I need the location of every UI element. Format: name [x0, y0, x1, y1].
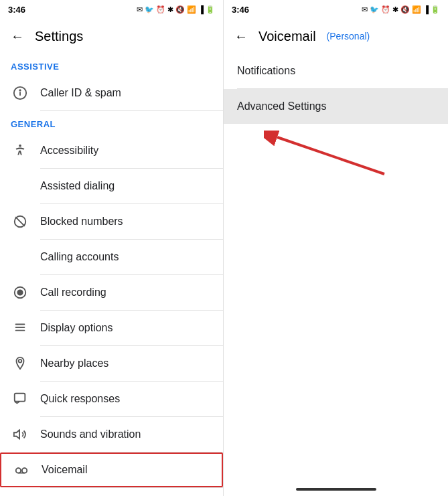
menu-item-display-options[interactable]: Display options: [0, 311, 223, 345]
home-bar: [296, 488, 376, 491]
right-spacer: [224, 177, 448, 483]
menu-item-call-recording[interactable]: Call recording: [0, 275, 223, 310]
menu-item-sounds[interactable]: Sounds and vibration: [0, 417, 223, 452]
svg-point-7: [17, 290, 22, 295]
notifications-label: Notifications: [237, 65, 295, 77]
right-page-title: Voicemail: [258, 29, 316, 44]
right-mail-icon: ✉: [362, 5, 368, 14]
left-back-button[interactable]: ←: [11, 29, 24, 44]
nearby-places-label: Nearby places: [40, 357, 108, 369]
left-top-bar: ← Settings: [0, 19, 223, 54]
advanced-settings-label: Advanced Settings: [237, 100, 326, 112]
right-menu-item-advanced-settings[interactable]: Advanced Settings: [224, 89, 448, 124]
battery-icon: 🔋: [206, 5, 215, 14]
right-home-indicator: [224, 483, 448, 496]
menu-item-blocked-numbers[interactable]: Blocked numbers: [0, 204, 223, 239]
section-label-advanced: ADVANCED: [0, 488, 223, 496]
right-back-button[interactable]: ←: [234, 29, 248, 44]
display-options-label: Display options: [40, 322, 113, 334]
left-panel: 3:46 ✉ 🐦 ⏰ ✱ 🔇 📶 ▐ 🔋 ← Settings ASSISTIV…: [0, 0, 224, 496]
menu-item-assisted-dialing[interactable]: Assisted dialing: [0, 169, 223, 203]
svg-rect-12: [15, 394, 25, 402]
right-mute-icon: 🔇: [400, 5, 410, 14]
volume-icon: [11, 427, 29, 442]
svg-point-3: [19, 145, 21, 147]
menu-item-caller-id[interactable]: Caller ID & spam: [0, 76, 223, 110]
bluetooth-icon: ✱: [167, 5, 173, 14]
svg-rect-8: [15, 324, 25, 325]
right-menu-item-notifications[interactable]: Notifications: [224, 54, 448, 88]
left-page-title: Settings: [35, 29, 83, 44]
calling-accounts-label: Calling accounts: [40, 251, 119, 263]
mail-icon: ✉: [137, 5, 143, 14]
call-recording-label: Call recording: [40, 286, 106, 299]
right-status-icons: ✉ 🐦 ⏰ ✱ 🔇 📶 ▐ 🔋: [362, 5, 440, 14]
left-scroll-content: ASSISTIVE Caller ID & spam GENERAL: [0, 54, 223, 496]
right-wifi-icon: 📶: [412, 5, 421, 14]
blocked-numbers-label: Blocked numbers: [40, 216, 123, 228]
right-page-subtitle: (Personal): [327, 31, 370, 42]
svg-line-5: [15, 217, 25, 226]
twitter-icon: 🐦: [145, 5, 154, 14]
mute-icon: 🔇: [175, 5, 185, 14]
sounds-label: Sounds and vibration: [40, 428, 141, 440]
section-label-general: GENERAL: [0, 111, 223, 133]
svg-line-18: [277, 137, 384, 174]
right-status-time: 3:46: [232, 5, 249, 15]
menu-item-accessibility[interactable]: Accessibility: [0, 133, 223, 168]
right-panel: 3:46 ✉ 🐦 ⏰ ✱ 🔇 📶 ▐ 🔋 ← Voicemail (Person…: [224, 0, 448, 496]
svg-rect-10: [15, 330, 25, 331]
svg-point-2: [19, 90, 20, 90]
left-status-bar: 3:46 ✉ 🐦 ⏰ ✱ 🔇 📶 ▐ 🔋: [0, 0, 223, 19]
right-bluetooth-icon: ✱: [392, 5, 398, 14]
right-top-bar: ← Voicemail (Personal): [224, 19, 448, 54]
menu-item-quick-responses[interactable]: Quick responses: [0, 382, 223, 416]
menu-item-voicemail[interactable]: Voicemail: [0, 452, 223, 487]
voicemail-icon: [12, 463, 31, 477]
signal-icon: ▐: [198, 5, 204, 13]
svg-rect-9: [15, 327, 25, 328]
svg-point-14: [16, 468, 21, 473]
right-status-bar: 3:46 ✉ 🐦 ⏰ ✱ 🔇 📶 ▐ 🔋: [224, 0, 448, 19]
quick-responses-label: Quick responses: [40, 393, 120, 405]
section-label-assistive: ASSISTIVE: [0, 54, 223, 76]
right-battery-icon: 🔋: [431, 5, 440, 14]
circle-i-icon: [11, 86, 29, 100]
alarm-icon: ⏰: [156, 5, 165, 14]
wifi-icon: 📶: [187, 5, 196, 14]
svg-marker-13: [14, 430, 19, 439]
record-icon: [11, 285, 29, 300]
voicemail-label: Voicemail: [42, 464, 87, 476]
list-icon: [11, 321, 29, 335]
red-arrow-icon: [264, 131, 398, 177]
accessibility-icon: [11, 143, 29, 158]
pin-icon: [11, 356, 29, 371]
accessibility-label: Accessibility: [40, 145, 98, 157]
menu-item-nearby-places[interactable]: Nearby places: [0, 346, 223, 381]
chat-icon: [11, 392, 29, 406]
svg-point-11: [19, 359, 22, 363]
right-twitter-icon: 🐦: [370, 5, 379, 14]
right-signal-icon: ▐: [423, 5, 429, 13]
left-status-time: 3:46: [8, 5, 25, 15]
menu-item-calling-accounts[interactable]: Calling accounts: [0, 240, 223, 274]
assisted-dialing-label: Assisted dialing: [40, 180, 115, 192]
right-alarm-icon: ⏰: [381, 5, 390, 14]
svg-point-15: [22, 468, 27, 473]
caller-id-label: Caller ID & spam: [40, 87, 121, 99]
block-icon: [11, 214, 29, 229]
left-status-icons: ✉ 🐦 ⏰ ✱ 🔇 📶 ▐ 🔋: [137, 5, 215, 14]
annotation-arrow-container: [224, 124, 448, 177]
